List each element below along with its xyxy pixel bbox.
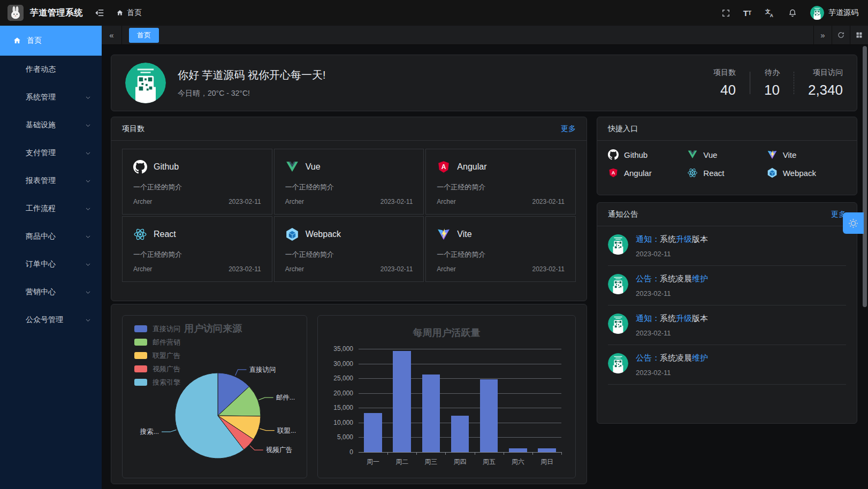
sidebar-item-8[interactable]: 订单中心 xyxy=(0,250,102,278)
x-axis-tick xyxy=(561,452,562,455)
sidebar-item-4[interactable]: 支付管理 xyxy=(0,139,102,167)
notice-date: 2023-02-11 xyxy=(636,329,708,337)
notices-panel: 通知公告 更多 通知：系统升级版本 2023-02-11 公 xyxy=(597,202,857,424)
fullscreen-icon[interactable] xyxy=(721,9,730,18)
github-icon xyxy=(608,149,619,160)
shortcut-angular[interactable]: A Angular xyxy=(608,167,687,178)
shortcut-react[interactable]: React xyxy=(687,167,766,178)
user-avatar xyxy=(810,6,824,20)
notice-avatar xyxy=(608,274,628,294)
shortcut-github[interactable]: Github xyxy=(608,149,687,160)
shortcuts-panel-title: 快捷入口 xyxy=(608,124,638,134)
stat-label: 项目访问 xyxy=(808,68,843,78)
bar-chart[interactable]: 05,00010,00015,00020,00025,00030,00035,0… xyxy=(359,349,561,452)
project-desc: 一个正经的简介 xyxy=(133,250,261,259)
sidebar-item-6[interactable]: 工作流程 xyxy=(0,195,102,223)
font-size-icon[interactable]: TT xyxy=(743,9,751,18)
svg-text:搜索...: 搜索... xyxy=(140,428,159,435)
welcome-card: 你好 芋道源码 祝你开心每一天! 今日晴，20°C - 32°C! 项目数 40… xyxy=(111,55,857,111)
project-desc: 一个正经的简介 xyxy=(133,182,261,192)
github-icon xyxy=(133,160,147,174)
tab-menu-grid-icon[interactable] xyxy=(850,26,868,45)
stat-block: 项目数 40 xyxy=(713,68,736,98)
sidebar-item-home[interactable]: 首页 xyxy=(0,26,102,56)
notice-item[interactable]: 公告：系统凌晨维护 2023-02-11 xyxy=(608,266,846,305)
project-name: Github xyxy=(154,162,179,172)
sidebar-item-5[interactable]: 报表管理 xyxy=(0,167,102,195)
notice-date: 2023-02-11 xyxy=(636,289,708,297)
gridline xyxy=(359,364,561,364)
x-tick-label: 周五 xyxy=(483,457,496,467)
project-card-webpack[interactable]: Webpack 一个正经的简介 Archer 2023-02-11 xyxy=(274,216,424,282)
svg-text:视频广告: 视频广告 xyxy=(266,446,293,454)
app-header: 芋道管理系统 首页 TT 文A 芋道源码 xyxy=(0,0,868,26)
y-tick-label: 20,000 xyxy=(333,389,359,397)
projects-grid: Github 一个正经的简介 Archer 2023-02-11 Vue 一个正… xyxy=(111,141,587,290)
x-tick-label: 周二 xyxy=(395,457,408,467)
notice-item[interactable]: 通知：系统升级版本 2023-02-11 xyxy=(608,305,846,345)
refresh-icon[interactable] xyxy=(832,26,850,45)
svg-text:A: A xyxy=(612,170,615,175)
notice-item[interactable]: 通知：系统升级版本 2023-02-11 xyxy=(608,226,846,266)
user-menu[interactable]: 芋道源码 xyxy=(810,6,858,20)
tab-home[interactable]: 首页 xyxy=(129,28,159,43)
shortcut-label: Github xyxy=(624,150,648,159)
svg-text:直接访问: 直接访问 xyxy=(249,366,276,373)
breadcrumb[interactable]: 首页 xyxy=(116,8,142,18)
project-card-vite[interactable]: Vite 一个正经的简介 Archer 2023-02-11 xyxy=(425,216,576,282)
sidebar-item-label: 基础设施 xyxy=(26,120,56,130)
project-name: Webpack xyxy=(306,230,341,239)
settings-gear-button[interactable] xyxy=(843,212,864,234)
tabs-scroll-left-icon[interactable]: « xyxy=(102,26,122,45)
sidebar-item-9[interactable]: 营销中心 xyxy=(0,278,102,306)
y-tick-label: 25,000 xyxy=(333,375,359,382)
sidebar-item-2[interactable]: 系统管理 xyxy=(0,83,102,111)
notice-date: 2023-02-11 xyxy=(636,369,708,377)
project-card-angular[interactable]: A Angular 一个正经的简介 Archer 2023-02-11 xyxy=(425,149,576,215)
shortcut-webpack[interactable]: Webpack xyxy=(767,167,846,178)
sidebar-fold-icon[interactable] xyxy=(95,8,104,18)
x-tick-label: 周四 xyxy=(454,457,467,467)
language-icon[interactable]: 文A xyxy=(764,7,775,18)
home-icon xyxy=(13,36,21,45)
sidebar-item-3[interactable]: 基础设施 xyxy=(0,111,102,139)
shortcut-vite[interactable]: Vite xyxy=(767,149,846,160)
project-name: Vue xyxy=(306,162,321,172)
svg-text:联盟...: 联盟... xyxy=(277,427,296,434)
y-tick-label: 5,000 xyxy=(337,433,359,441)
shortcuts-grid: Github Vue ViteA Angular React Webpack xyxy=(597,141,857,187)
notice-item[interactable]: 公告：系统凌晨维护 2023-02-11 xyxy=(608,345,846,385)
svg-text:A: A xyxy=(441,163,446,171)
bar-chart-title: 每周用户活跃量 xyxy=(318,326,575,339)
angular-icon: A xyxy=(608,167,619,178)
chevron-down-icon xyxy=(85,95,91,101)
project-card-vue[interactable]: Vue 一个正经的简介 Archer 2023-02-11 xyxy=(274,149,424,215)
notice-title: 通知：系统升级版本 xyxy=(636,234,708,244)
chevron-down-icon xyxy=(85,123,91,128)
chevron-down-icon xyxy=(85,234,91,240)
sidebar-item-1[interactable]: 作者动态 xyxy=(0,56,102,83)
page-scrollbar-thumb[interactable] xyxy=(863,46,867,307)
angular-icon: A xyxy=(437,160,451,174)
pie-chart[interactable]: 直接访问邮件...联盟...视频广告搜索... xyxy=(123,316,308,479)
shortcut-vue[interactable]: Vue xyxy=(687,149,766,160)
bar-周四 xyxy=(451,416,469,452)
x-axis-line xyxy=(359,452,561,453)
y-tick-label: 10,000 xyxy=(333,419,359,426)
x-axis-tick xyxy=(416,452,417,455)
project-name: Vite xyxy=(457,230,471,239)
sidebar-item-10[interactable]: 公众号管理 xyxy=(0,306,102,334)
sidebar-item-label: 作者动态 xyxy=(26,65,56,74)
sidebar-item-7[interactable]: 商品中心 xyxy=(0,223,102,250)
project-author: Archer xyxy=(133,198,152,205)
sidebar-item-label: 报表管理 xyxy=(26,176,56,186)
projects-more-link[interactable]: 更多 xyxy=(561,124,576,134)
notification-bell-icon[interactable] xyxy=(788,8,797,18)
project-card-github[interactable]: Github 一个正经的简介 Archer 2023-02-11 xyxy=(122,149,272,215)
bar-chart-card: 每周用户活跃量 05,00010,00015,00020,00025,00030… xyxy=(317,315,576,478)
y-tick-label: 15,000 xyxy=(333,404,359,411)
tabs-scroll-right-icon[interactable]: » xyxy=(813,26,832,45)
project-card-react[interactable]: React 一个正经的简介 Archer 2023-02-11 xyxy=(122,216,272,282)
app-title: 芋道管理系统 xyxy=(30,7,83,19)
app-logo xyxy=(7,5,24,21)
